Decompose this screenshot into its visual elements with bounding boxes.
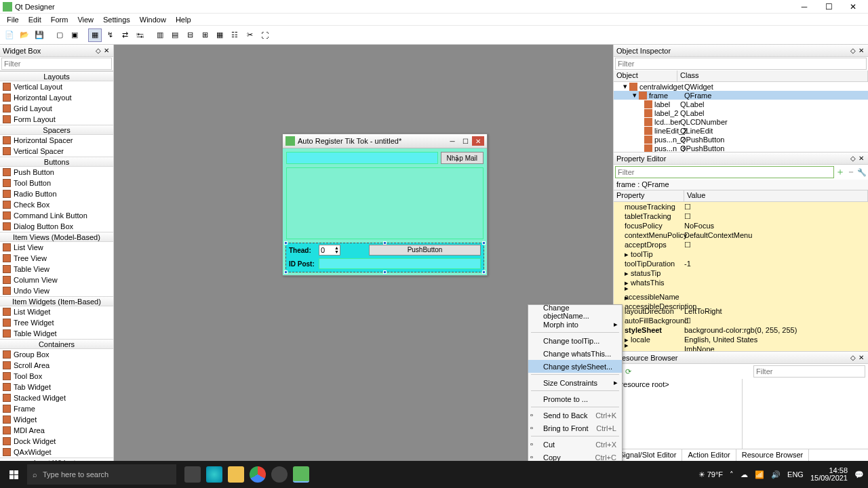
widget-category[interactable]: Item Widgets (Item-Based) [0,296,113,306]
layout-form-icon[interactable]: ☷ [228,28,241,42]
object-tree-row[interactable]: lineEdit_2QLineEdit [614,126,868,135]
thread-spinbox[interactable]: 0▲▼ [319,245,340,256]
new-icon[interactable]: 📄 [3,28,16,42]
widget-item[interactable]: Grid Layout [0,103,113,114]
widget-category[interactable]: Containers [0,339,113,349]
widget-box-filter[interactable] [1,58,112,70]
widget-item[interactable]: Tree Widget [0,317,113,328]
widget-category[interactable]: Spacers [0,125,113,135]
app-icon-1[interactable] [271,466,288,483]
widget-item[interactable]: Command Link Button [0,210,113,221]
add-dynamic-icon[interactable]: ＋ [835,166,845,178]
object-tree-row[interactable]: pus...n_2QPushButton [614,135,868,144]
mail-button[interactable]: Nhập Mail [441,152,484,164]
taskbar-search[interactable]: ⌕Type here to search [27,464,176,485]
form-window[interactable]: Auto Register Tik Tok - untitled* ─ ☐ ✕ … [282,134,488,276]
form-min-button[interactable]: ─ [446,136,458,146]
tray-wifi-icon[interactable]: 📶 [755,470,764,479]
widget-item[interactable]: Column View [0,274,113,285]
widget-category[interactable]: Layouts [0,71,113,81]
tab-resource-browser[interactable]: Resource Browser [736,449,809,461]
tray-clock[interactable]: 14:5815/09/2021 [810,467,848,482]
object-tree-row[interactable]: pus...n_3QPushButton [614,144,868,152]
edit-buddies-icon[interactable]: ⇄ [118,28,132,42]
task-view-icon[interactable] [184,466,201,483]
property-row[interactable]: contextMenuPolicyDefaultContextMenu [614,230,868,240]
text-area[interactable] [286,167,484,239]
reload-resource-icon[interactable]: ⟳ [625,367,631,376]
edge-icon[interactable] [206,466,222,483]
bring-front-icon[interactable]: ▣ [68,28,81,42]
save-icon[interactable]: 💾 [33,28,46,42]
object-tree-row[interactable]: lcd...berQLCDNumber [614,117,868,126]
edit-widgets-icon[interactable]: ▦ [88,28,102,42]
widget-item[interactable]: Vertical Layout [0,81,113,92]
explorer-icon[interactable] [228,466,244,483]
widget-item[interactable]: Undo View [0,285,113,296]
property-row[interactable]: toolTipDuration-1 [614,259,868,268]
object-tree-row[interactable]: labelQLabel [614,100,868,108]
widget-item[interactable]: Table Widget [0,328,113,339]
widget-item[interactable]: Group Box [0,349,113,360]
oi-float-icon[interactable]: ◇ [849,47,857,55]
layout-grid-icon[interactable]: ▦ [213,28,226,42]
weather-widget[interactable]: ☀ 79°F [698,470,723,479]
widget-item[interactable]: Tool Button [0,178,113,188]
remove-dynamic-icon[interactable]: － [846,166,856,178]
widget-item[interactable]: Tool Box [0,371,113,382]
widget-item[interactable]: Frame [0,403,113,414]
widget-category[interactable]: Item Views (Model-Based) [0,232,113,242]
property-row[interactable]: mouseTracking☐ [614,202,868,211]
open-icon[interactable]: 📂 [18,28,31,42]
widget-item[interactable]: Radio Button [0,188,113,199]
widget-item[interactable]: Horizontal Layout [0,92,113,103]
tray-volume-icon[interactable]: 🔊 [771,470,781,479]
mail-input[interactable] [286,152,438,164]
property-row[interactable]: autoFillBackground☐ [614,316,868,325]
widget-item[interactable]: Tab Widget [0,382,113,392]
widget-box-tree[interactable]: LayoutsVertical LayoutHorizontal LayoutG… [0,70,113,461]
config-icon[interactable]: 🔧 [857,168,867,177]
menu-view[interactable]: View [73,15,98,24]
widget-item[interactable]: Dialog Button Box [0,221,113,232]
tray-lang[interactable]: ENG [787,470,804,479]
widget-item[interactable]: Scroll Area [0,360,113,371]
edit-tab-icon[interactable]: ⭾ [133,28,146,42]
form-max-button[interactable]: ☐ [459,136,471,146]
widget-item[interactable]: Table View [0,264,113,274]
pe-col-property[interactable]: Property [614,190,684,201]
object-tree-row[interactable]: ▾ centralwidgetQWidget [614,82,868,91]
context-menu-item[interactable]: ▫Send to BackCtrl+K [528,409,622,422]
widget-item[interactable]: Tree View [0,253,113,264]
context-menu-item[interactable]: Change styleSheet... [528,360,622,373]
oi-col-class[interactable]: Class [677,70,868,81]
design-canvas[interactable]: Auto Register Tik Tok - untitled* ─ ☐ ✕ … [114,45,613,461]
property-row[interactable]: ▸ inputMethodHintsImhNone [614,344,868,351]
menu-edit[interactable]: Edit [24,15,45,24]
context-menu-item[interactable]: Size Constraints▸ [528,376,622,389]
tab-action-editor[interactable]: Action Editor [682,449,736,461]
pe-close-icon[interactable]: ✕ [857,155,865,163]
context-menu-item[interactable]: ▫CutCtrl+X [528,438,622,451]
widget-item[interactable]: List View [0,242,113,253]
menu-form[interactable]: Form [47,15,73,24]
menu-file[interactable]: File [3,15,23,24]
property-row[interactable]: layoutDirectionLeftToRight [614,306,868,316]
oi-close-icon[interactable]: ✕ [857,47,865,55]
resource-browser-filter[interactable] [753,365,865,378]
widget-item[interactable]: Stacked Widget [0,392,113,403]
context-menu-item[interactable]: Change objectName... [528,305,622,318]
notifications-icon[interactable]: 💬 [854,470,864,479]
widget-item[interactable]: Form Layout [0,114,113,125]
layout-vs-icon[interactable]: ⊞ [198,28,212,42]
widget-item[interactable]: Horizontal Spacer [0,135,113,146]
context-menu-item[interactable]: Change whatsThis... [528,347,622,360]
property-row[interactable]: styleSheetbackground-color:rgb(0, 255, 2… [614,325,868,335]
widget-item[interactable]: Check Box [0,199,113,210]
widget-item[interactable]: Vertical Spacer [0,146,113,157]
context-menu-item[interactable]: Promote to ... [528,392,622,405]
layout-hs-icon[interactable]: ⊟ [183,28,197,42]
form-body[interactable]: Nhập Mail Thead: 0▲▼ PushButton [283,148,487,275]
object-inspector-tree[interactable]: ▾ centralwidgetQWidget▾ frameQFramelabel… [614,82,868,152]
adjust-size-icon[interactable]: ⛶ [258,28,271,42]
